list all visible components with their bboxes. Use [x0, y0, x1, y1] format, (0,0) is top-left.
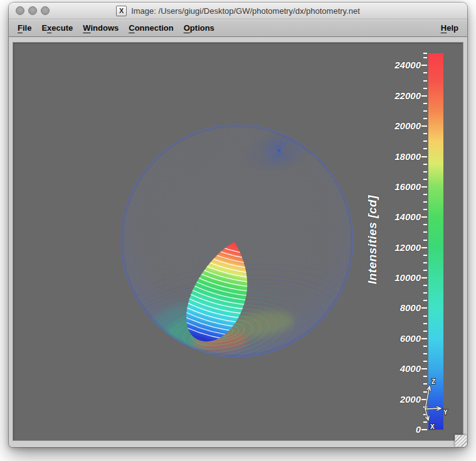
- colorbar-tick: [423, 164, 427, 165]
- colorbar-tick: [421, 307, 427, 309]
- colorbar-tick: [423, 383, 427, 384]
- colorbar-tick: [423, 300, 427, 301]
- colorbar-tick: [423, 171, 427, 172]
- colorbar-tick-label: 24000: [364, 59, 421, 72]
- colorbar-tick: [421, 429, 427, 430]
- colorbar-tick-label: 16000: [364, 181, 421, 193]
- colorbar-tick: [423, 148, 427, 149]
- colorbar-tick-label: 4000: [364, 363, 421, 375]
- window-body: 0200040006000800010000120001400016000180…: [9, 37, 467, 447]
- image-canvas[interactable]: 0200040006000800010000120001400016000180…: [13, 43, 463, 440]
- colorbar: 0200040006000800010000120001400016000180…: [428, 53, 443, 430]
- title-wrap: X Image: /Users/giugi/Desktop/GW/photome…: [116, 6, 360, 16]
- menu-item-windows[interactable]: Windows: [83, 23, 119, 33]
- colorbar-tick-label: 8000: [364, 302, 421, 314]
- colorbar-tick: [423, 285, 427, 286]
- colorbar-tick: [423, 80, 427, 82]
- colorbar-tick: [423, 376, 427, 377]
- minimize-button[interactable]: [28, 6, 37, 15]
- colorbar-tick: [423, 262, 427, 263]
- titlebar[interactable]: X Image: /Users/giugi/Desktop/GW/photome…: [9, 3, 467, 19]
- colorbar-tick-label: 20000: [364, 120, 421, 132]
- colorbar-tick-label: 22000: [364, 90, 421, 102]
- colorbar-tick: [423, 346, 427, 347]
- colorbar-tick: [423, 224, 427, 225]
- menubar-right: Help: [441, 23, 460, 33]
- colorbar-tick: [423, 209, 427, 210]
- colorbar-tick: [423, 110, 427, 112]
- colorbar-tick: [423, 292, 427, 294]
- zoom-button[interactable]: [41, 6, 50, 15]
- colorbar-tick: [423, 53, 427, 54]
- colorbar-tick: [421, 277, 427, 278]
- colorbar-tick: [421, 247, 427, 248]
- colorbar-tick: [423, 406, 427, 408]
- menubar: FileExecuteWindowsConnectionOptions Help: [9, 19, 467, 37]
- close-button[interactable]: [16, 6, 24, 15]
- menubar-left: FileExecuteWindowsConnectionOptions: [18, 23, 225, 33]
- colorbar-tick: [423, 361, 427, 362]
- colorbar-tick: [423, 88, 427, 89]
- menu-item-help[interactable]: Help: [441, 23, 458, 33]
- colorbar-tick: [423, 140, 427, 142]
- colorbar-tick: [421, 216, 427, 218]
- colorbar-tick: [423, 331, 427, 332]
- menu-item-options[interactable]: Options: [184, 23, 214, 33]
- colorbar-tick: [423, 231, 427, 233]
- colorbar-tick: [421, 125, 427, 127]
- window-title: Image: /Users/giugi/Desktop/GW/photometr…: [131, 6, 360, 16]
- colorbar-tick: [423, 118, 427, 119]
- colorbar-tick-label: 2000: [364, 393, 421, 406]
- colorbar-tick: [423, 270, 427, 271]
- colorbar-tick: [423, 194, 427, 195]
- x11-icon: X: [116, 6, 127, 16]
- colorbar-tick: [421, 186, 427, 188]
- colorbar-tick: [421, 95, 427, 97]
- colorbar-tick: [423, 133, 427, 134]
- colorbar-tick: [423, 315, 427, 317]
- colorbar-title: Intensities [cd]: [366, 195, 379, 284]
- menu-item-connection[interactable]: Connection: [129, 23, 174, 33]
- colorbar-tick: [421, 156, 427, 157]
- colorbar-tick: [421, 399, 427, 400]
- colorbar-tick: [423, 414, 427, 415]
- menu-item-execute[interactable]: Execute: [41, 23, 73, 33]
- colorbar-tick: [423, 103, 427, 104]
- traffic-lights: [16, 6, 50, 15]
- colorbar-tick-label: 6000: [364, 332, 421, 345]
- colorbar-tick: [423, 72, 427, 73]
- colorbar-tick-label: 18000: [364, 151, 421, 163]
- colorbar-tick: [421, 338, 427, 339]
- colorbar-tick: [423, 57, 427, 58]
- colorbar-tick: [423, 255, 427, 256]
- colorbar-tick: [423, 391, 427, 393]
- colorbar-tick: [423, 240, 427, 241]
- colorbar-tick: [423, 353, 427, 354]
- app-window: X Image: /Users/giugi/Desktop/GW/photome…: [9, 3, 467, 447]
- colorbar-tick: [421, 65, 427, 66]
- colorbar-tick: [423, 179, 427, 180]
- menu-item-file[interactable]: File: [18, 23, 31, 33]
- colorbar-tick-label: 0: [364, 423, 421, 436]
- colorbar-tick: [421, 368, 427, 369]
- resize-grip[interactable]: [455, 435, 467, 447]
- colorbar-tick: [423, 323, 427, 324]
- colorbar-tick: [423, 201, 427, 203]
- colorbar-tick: [423, 421, 427, 423]
